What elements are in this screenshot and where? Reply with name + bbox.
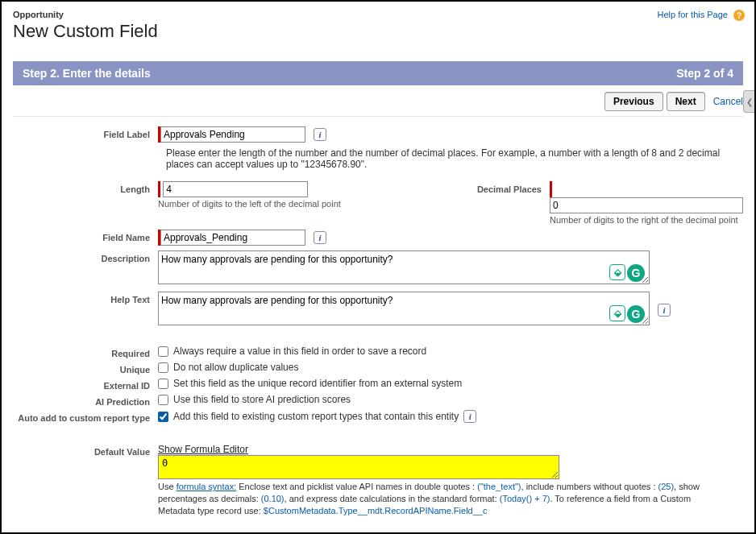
external-id-checkbox[interactable] <box>158 379 168 389</box>
info-icon[interactable]: i <box>314 128 326 141</box>
page-title: New Custom Field <box>13 21 743 42</box>
unique-checkbox[interactable] <box>158 362 168 373</box>
info-icon[interactable]: i <box>463 410 476 423</box>
help-text-label: Help Text <box>13 292 158 304</box>
svg-text:?: ? <box>737 11 741 20</box>
next-button[interactable]: Next <box>667 92 705 111</box>
page-subtitle: Opportunity <box>13 10 743 19</box>
required-marker-icon <box>550 181 552 197</box>
required-label: Required <box>13 346 158 358</box>
unique-checkbox-label: Do not allow duplicate values <box>173 362 298 373</box>
formula-syntax-help: Use formula syntax: Enclose text and pic… <box>158 481 722 517</box>
description-label: Description <box>13 250 158 263</box>
decimal-places-label: Decimal Places <box>397 181 550 194</box>
cancel-link[interactable]: Cancel <box>713 96 743 107</box>
length-input[interactable] <box>163 181 308 197</box>
field-name-input[interactable] <box>160 230 305 246</box>
field-label-input[interactable] <box>160 126 305 143</box>
required-checkbox-label: Always require a value in this field in … <box>173 346 426 357</box>
length-hint: Number of digits to the left of the deci… <box>158 199 341 209</box>
expand-sidebar-tab[interactable]: ❮ <box>743 90 754 113</box>
length-label: Length <box>13 181 158 194</box>
auto-add-checkbox-label: Add this field to existing custom report… <box>173 411 459 422</box>
external-id-label: External ID <box>13 378 158 391</box>
help-for-page-link[interactable]: Help for this Page ? <box>658 10 746 21</box>
help-link-label: Help for this Page <box>658 10 728 19</box>
step-banner: Step 2. Enter the details Step 2 of 4 <box>13 61 743 85</box>
field-label-label: Field Label <box>13 126 158 139</box>
required-marker-icon <box>158 181 160 197</box>
help-text-textarea[interactable] <box>158 292 650 325</box>
field-name-label: Field Name <box>13 230 158 242</box>
formula-syntax-link[interactable]: formula syntax: <box>177 482 237 491</box>
required-checkbox[interactable] <box>158 346 168 357</box>
grammarly-icon[interactable]: G <box>627 264 645 282</box>
auto-add-label: Auto add to custom report type <box>13 410 158 424</box>
decimal-places-input[interactable] <box>550 197 743 213</box>
previous-button[interactable]: Previous <box>604 92 663 111</box>
default-value-label: Default Value <box>13 444 158 457</box>
grammarly-icon[interactable]: G <box>627 305 645 323</box>
auto-add-checkbox[interactable] <box>158 412 168 422</box>
info-icon[interactable]: i <box>314 231 326 244</box>
info-icon[interactable]: i <box>658 304 671 317</box>
step-banner-right: Step 2 of 4 <box>676 67 733 80</box>
grammarly-suggestion-icon[interactable]: ⬙ <box>609 305 625 321</box>
unique-label: Unique <box>13 362 158 375</box>
grammarly-suggestion-icon[interactable]: ⬙ <box>609 264 625 280</box>
default-value-textarea[interactable] <box>158 455 559 479</box>
show-formula-editor-link[interactable]: Show Formula Editor <box>158 444 248 455</box>
description-textarea[interactable] <box>158 250 650 284</box>
length-note-text: Please enter the length of the number an… <box>166 147 746 170</box>
ai-prediction-checkbox[interactable] <box>158 395 168 405</box>
ai-prediction-checkbox-label: Use this field to store AI prediction sc… <box>173 394 351 405</box>
external-id-checkbox-label: Set this field as the unique record iden… <box>173 378 462 389</box>
step-banner-left: Step 2. Enter the details <box>23 67 151 80</box>
decimal-places-hint: Number of digits to the right of the dec… <box>550 215 738 225</box>
ai-prediction-label: AI Prediction <box>13 394 158 407</box>
help-icon: ? <box>733 10 745 21</box>
